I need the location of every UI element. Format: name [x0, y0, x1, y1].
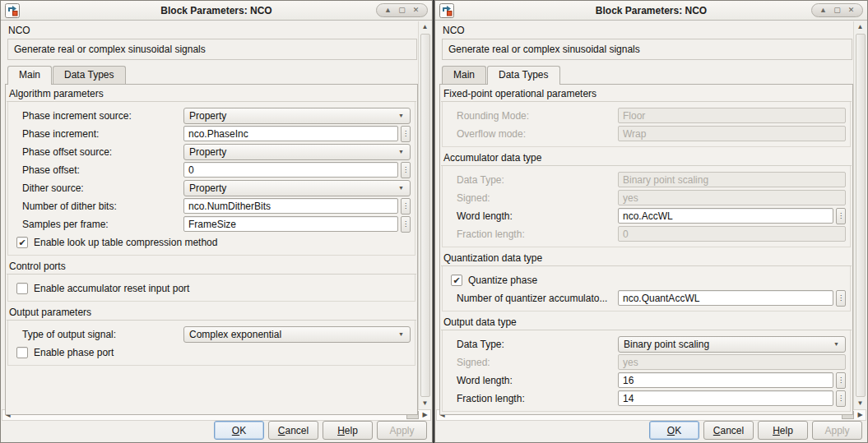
scroll-up-icon[interactable]: ▲ — [857, 21, 864, 33]
checkbox-label: Enable accumulator reset input port — [34, 283, 189, 294]
section-output-data-type: Output data type Data Type: Binary point… — [441, 314, 852, 412]
output-fraction-length-more-button[interactable]: ⋮ — [836, 390, 846, 407]
maximize-icon[interactable]: ▢ — [830, 4, 844, 16]
checkbox-label: Enable phase port — [34, 347, 114, 358]
output-signed-field — [618, 354, 846, 370]
tab-data-types[interactable]: Data Types — [53, 66, 125, 84]
phase-increment-more-button[interactable]: ⋮ — [401, 126, 411, 142]
chevron-down-icon: ▼ — [398, 185, 404, 191]
shade-window-icon[interactable]: ▲ — [816, 4, 830, 16]
titlebar[interactable]: Block Parameters: NCO ▲ ▢ ✕ — [1, 1, 432, 21]
tab-data-types[interactable]: Data Types — [487, 66, 559, 85]
output-fraction-length-input[interactable] — [618, 390, 833, 406]
tab-main[interactable]: Main — [7, 66, 52, 85]
accumulator-word-length-more-button[interactable]: ⋮ — [836, 208, 846, 224]
apply-button[interactable]: Apply — [377, 421, 427, 440]
section-quantization-data-type: Quantization data type ✔ Quantize phase … — [441, 250, 852, 311]
number-of-dither-bits-input[interactable] — [183, 198, 398, 214]
simulink-block-icon — [5, 3, 20, 18]
section-group: Rounding Mode: Overflow mode: — [442, 102, 851, 147]
accumulator-data-type-field — [618, 172, 846, 187]
section-title: Control ports — [7, 258, 416, 275]
output-word-length-input[interactable] — [618, 372, 833, 388]
shade-window-icon[interactable]: ▲ — [381, 4, 395, 16]
param-row: Phase offset: ⋮ — [15, 161, 411, 178]
window-title: Block Parameters: NCO — [435, 5, 867, 16]
phase-increment-source-dropdown[interactable]: Property ▼ — [183, 108, 411, 124]
phase-increment-input[interactable] — [183, 126, 398, 141]
param-row: Fraction length: ⋮ — [449, 390, 846, 407]
phase-offset-source-dropdown[interactable]: Property ▼ — [183, 144, 411, 160]
scroll-right-icon[interactable]: ▶ — [855, 409, 866, 421]
param-label: Dither source: — [15, 182, 183, 194]
ok-button[interactable]: OK — [649, 421, 699, 440]
block-parameters-dialog-main-tab: Block Parameters: NCO ▲ ▢ ✕ NCO Generate… — [0, 0, 433, 443]
cancel-button[interactable]: Cancel — [268, 421, 318, 440]
param-label: Signed: — [449, 357, 618, 368]
scroll-right-icon[interactable]: ▶ — [420, 409, 430, 421]
close-icon[interactable]: ✕ — [409, 4, 423, 16]
help-button[interactable]: Help — [758, 421, 808, 440]
dither-source-dropdown[interactable]: Property ▼ — [183, 180, 411, 196]
param-row: Overflow mode: — [449, 125, 846, 142]
titlebar[interactable]: Block Parameters: NCO ▲ ▢ ✕ — [435, 1, 867, 21]
dropdown-value: Property — [189, 182, 226, 194]
vertical-scrollbar-thumb[interactable] — [856, 34, 866, 397]
scroll-down-icon[interactable]: ▼ — [422, 398, 429, 409]
tab-content-data-types: Fixed-point operational parameters Round… — [439, 84, 853, 415]
tab-main[interactable]: Main — [442, 66, 486, 84]
tab-bar: Main Data Types — [7, 66, 432, 84]
section-algorithm-parameters: Algorithm parameters Phase increment sou… — [7, 85, 416, 256]
chevron-down-icon: ▼ — [398, 113, 404, 118]
output-data-type-dropdown[interactable]: Binary point scaling ▼ — [618, 336, 846, 353]
section-title: Quantization data type — [441, 250, 852, 266]
checkbox-label: Quantize phase — [468, 275, 537, 286]
maximize-icon[interactable]: ▢ — [395, 4, 409, 16]
checkbox-label: Enable look up table compression method — [34, 237, 217, 248]
scroll-up-icon[interactable]: ▲ — [422, 21, 429, 33]
lut-compression-checkbox[interactable]: ✔ — [16, 237, 28, 248]
accumulator-reset-checkbox[interactable] — [16, 283, 28, 294]
help-button[interactable]: Help — [323, 421, 373, 440]
cancel-button[interactable]: Cancel — [703, 421, 754, 440]
phase-offset-more-button[interactable]: ⋮ — [401, 162, 411, 178]
output-word-length-more-button[interactable]: ⋮ — [836, 372, 846, 389]
enable-phase-port-checkbox[interactable] — [16, 347, 28, 358]
param-label: Overflow mode: — [449, 128, 618, 140]
dropdown-value: Binary point scaling — [624, 339, 709, 350]
param-row: Data Type: — [449, 171, 846, 188]
apply-button[interactable]: Apply — [812, 421, 862, 440]
section-group: Phase increment source: Property ▼ Phase… — [7, 102, 415, 256]
param-row: Fraction length: — [449, 225, 846, 242]
samples-per-frame-input[interactable] — [183, 216, 398, 232]
close-icon[interactable]: ✕ — [844, 4, 858, 16]
param-label: Samples per frame: — [15, 219, 183, 230]
accumulator-fraction-length-field — [618, 226, 846, 242]
quantize-phase-checkbox[interactable]: ✔ — [451, 275, 462, 286]
param-label: Data Type: — [449, 339, 618, 350]
tab-bar: Main Data Types — [442, 66, 867, 84]
scroll-down-icon[interactable]: ▼ — [857, 398, 864, 409]
output-signal-type-dropdown[interactable]: Complex exponential ▼ — [183, 326, 411, 343]
param-label: Signed: — [449, 192, 618, 204]
dialog-buttons: OK Cancel Help Apply — [214, 421, 427, 440]
section-title: Output parameters — [7, 304, 416, 321]
section-accumulator-data-type: Accumulator data type Data Type: Signed:… — [441, 150, 852, 247]
dither-bits-more-button[interactable]: ⋮ — [401, 198, 411, 215]
block-name: NCO — [443, 25, 861, 36]
samples-per-frame-more-button[interactable]: ⋮ — [401, 216, 411, 233]
accumulator-word-length-input[interactable] — [618, 208, 833, 224]
param-label: Data Type: — [449, 174, 618, 186]
phase-offset-input[interactable] — [183, 162, 398, 178]
param-row: Samples per frame: ⋮ — [15, 215, 411, 233]
param-row: Word length: ⋮ — [449, 371, 846, 389]
param-label: Fraction length: — [449, 393, 618, 404]
dropdown-value: Property — [189, 110, 226, 122]
section-title: Accumulator data type — [441, 150, 852, 166]
ok-button[interactable]: OK — [214, 421, 264, 440]
section-group: Data Type: Signed: Word length: ⋮ — [442, 166, 851, 247]
quantizer-accumulator-bits-more-button[interactable]: ⋮ — [836, 290, 846, 307]
vertical-scrollbar-thumb[interactable] — [420, 34, 430, 397]
simulink-block-icon — [439, 3, 454, 18]
quantizer-accumulator-bits-input[interactable] — [618, 290, 833, 306]
